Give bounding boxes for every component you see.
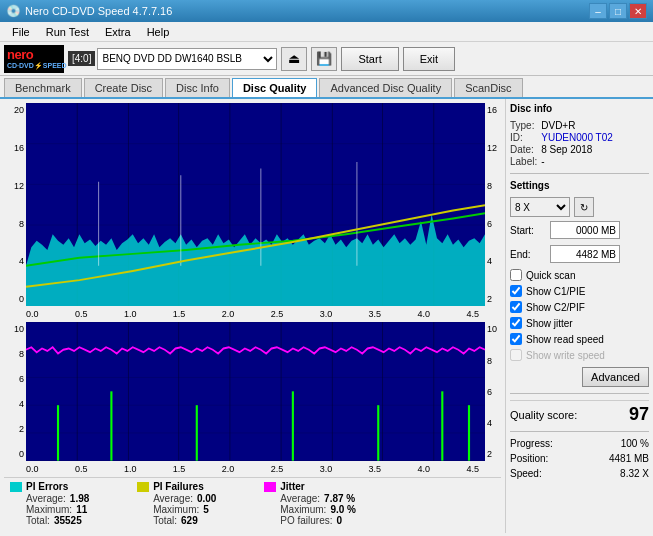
tab-disc-info[interactable]: Disc Info — [165, 78, 230, 97]
show-jitter-checkbox[interactable] — [510, 317, 522, 329]
bottom-y-axis-right: 10 8 6 4 2 — [485, 322, 501, 461]
disc-label-label: Label: — [510, 156, 537, 167]
pi-errors-color — [10, 482, 22, 492]
top-chart-container: 20 16 12 8 4 0 — [4, 103, 501, 306]
show-c2-row: Show C2/PIF — [510, 301, 649, 313]
speed-row: 8 X ↻ — [510, 197, 649, 217]
divider-1 — [510, 173, 649, 174]
legend-jitter: Jitter Average: 7.87 % Maximum: 9.0 % PO… — [264, 481, 381, 526]
bottom-chart-container: 10 8 6 4 2 0 — [4, 322, 501, 461]
show-read-speed-label: Show read speed — [526, 334, 604, 345]
divider-3 — [510, 431, 649, 432]
maximize-button[interactable]: □ — [609, 3, 627, 19]
quick-scan-checkbox[interactable] — [510, 269, 522, 281]
type-value: DVD+R — [541, 120, 649, 131]
minimize-button[interactable]: – — [589, 3, 607, 19]
top-chart-inner — [26, 103, 485, 306]
tab-create-disc[interactable]: Create Disc — [84, 78, 163, 97]
toolbar: nero CD·DVD⚡SPEED [4:0] BENQ DVD DD DW16… — [0, 42, 653, 76]
bottom-x-axis: 0.0 0.5 1.0 1.5 2.0 2.5 3.0 3.5 4.0 4.5 — [4, 463, 501, 475]
start-input[interactable] — [550, 221, 620, 239]
eject-button[interactable]: ⏏ — [281, 47, 307, 71]
tab-benchmark[interactable]: Benchmark — [4, 78, 82, 97]
quality-score-row: Quality score: 97 — [510, 400, 649, 425]
speed-row-display: Speed: 8.32 X — [510, 468, 649, 479]
jitter-label: Jitter — [280, 481, 304, 492]
quick-scan-label: Quick scan — [526, 270, 575, 281]
pi-errors-label: PI Errors — [26, 481, 68, 492]
svg-marker-14 — [26, 215, 485, 307]
legend-pi-failures: PI Failures Average: 0.00 Maximum: 5 Tot… — [137, 481, 248, 526]
date-value: 8 Sep 2018 — [541, 144, 649, 155]
show-c1pie-checkbox[interactable] — [510, 285, 522, 297]
show-c1pie-label: Show C1/PIE — [526, 286, 585, 297]
drive-index-label: [4:0] — [68, 51, 95, 66]
title-bar-text: Nero CD-DVD Speed 4.7.7.16 — [25, 5, 172, 17]
pi-errors-maximum: 11 — [76, 504, 121, 515]
drive-combo[interactable]: BENQ DVD DD DW1640 BSLB — [97, 48, 277, 70]
end-input[interactable] — [550, 245, 620, 263]
show-write-speed-label: Show write speed — [526, 350, 605, 361]
pi-failures-color — [137, 482, 149, 492]
jitter-maximum: 9.0 % — [330, 504, 375, 515]
start-button[interactable]: Start — [341, 47, 398, 71]
disc-label-value: - — [541, 156, 649, 167]
disc-info-section-label: Disc info — [510, 103, 649, 114]
legend-area: PI Errors Average: 1.98 Maximum: 11 Tota… — [4, 477, 501, 529]
speed-select[interactable]: 8 X — [510, 197, 570, 217]
pi-failures-average: 0.00 — [197, 493, 242, 504]
quality-score-value: 97 — [629, 404, 649, 425]
jitter-color — [264, 482, 276, 492]
start-field-label: Start: — [510, 225, 546, 236]
show-read-speed-checkbox[interactable] — [510, 333, 522, 345]
top-y-axis-right: 16 12 8 6 4 2 — [485, 103, 501, 306]
po-failures-value: 0 — [337, 515, 382, 526]
title-bar: 💿 Nero CD-DVD Speed 4.7.7.16 – □ ✕ — [0, 0, 653, 22]
progress-value: 100 % — [621, 438, 649, 449]
advanced-button[interactable]: Advanced — [582, 367, 649, 387]
speed-label: Speed: — [510, 468, 542, 479]
quality-score-label: Quality score: — [510, 409, 577, 421]
disc-info-grid: Type: DVD+R ID: YUDEN000 T02 Date: 8 Sep… — [510, 120, 649, 167]
app-icon: 💿 — [6, 4, 21, 18]
show-jitter-label: Show jitter — [526, 318, 573, 329]
pi-errors-total: 35525 — [54, 515, 99, 526]
show-write-speed-row: Show write speed — [510, 349, 649, 361]
divider-2 — [510, 393, 649, 394]
top-y-axis-left: 20 16 12 8 4 0 — [4, 103, 26, 306]
position-label: Position: — [510, 453, 548, 464]
pi-errors-average: 1.98 — [70, 493, 115, 504]
settings-section-label: Settings — [510, 180, 649, 191]
right-panel: Disc info Type: DVD+R ID: YUDEN000 T02 D… — [505, 99, 653, 533]
bottom-y-axis-left: 10 8 6 4 2 0 — [4, 322, 26, 461]
tab-disc-quality[interactable]: Disc Quality — [232, 78, 318, 97]
show-c2pif-checkbox[interactable] — [510, 301, 522, 313]
tab-scandisc[interactable]: ScanDisc — [454, 78, 522, 97]
speed-value: 8.32 X — [620, 468, 649, 479]
show-read-speed-row: Show read speed — [510, 333, 649, 345]
id-label: ID: — [510, 132, 537, 143]
pi-failures-maximum: 5 — [203, 504, 248, 515]
close-button[interactable]: ✕ — [629, 3, 647, 19]
progress-label: Progress: — [510, 438, 553, 449]
menu-run-test[interactable]: Run Test — [38, 24, 97, 40]
menu-help[interactable]: Help — [139, 24, 178, 40]
main-content: 20 16 12 8 4 0 — [0, 99, 653, 533]
jitter-average: 7.87 % — [324, 493, 369, 504]
settings-refresh-button[interactable]: ↻ — [574, 197, 594, 217]
bottom-chart-inner — [26, 322, 485, 461]
tab-advanced-disc-quality[interactable]: Advanced Disc Quality — [319, 78, 452, 97]
pi-failures-total: 629 — [181, 515, 226, 526]
menu-file[interactable]: File — [4, 24, 38, 40]
pi-failures-label: PI Failures — [153, 481, 204, 492]
save-button[interactable]: 💾 — [311, 47, 337, 71]
progress-row: Progress: 100 % — [510, 438, 649, 449]
position-row: Position: 4481 MB — [510, 453, 649, 464]
type-label: Type: — [510, 120, 537, 131]
exit-button[interactable]: Exit — [403, 47, 455, 71]
end-field-row: End: — [510, 245, 649, 263]
show-c1-row: Show C1/PIE — [510, 285, 649, 297]
menu-extra[interactable]: Extra — [97, 24, 139, 40]
start-field-row: Start: — [510, 221, 649, 239]
chart-area: 20 16 12 8 4 0 — [0, 99, 505, 533]
